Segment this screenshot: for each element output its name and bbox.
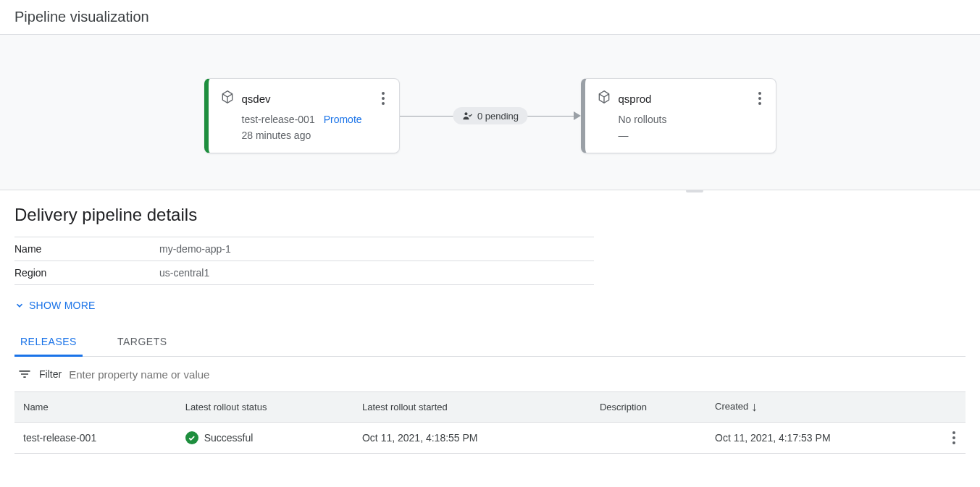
- stage-time: 28 minutes ago: [242, 130, 388, 141]
- stage-card-qsdev[interactable]: qsdev test-release-001 Promote 28 minute…: [204, 78, 400, 153]
- col-created[interactable]: Created ↓: [706, 392, 944, 423]
- pending-badge[interactable]: 0 pending: [453, 107, 527, 124]
- stage-menu-button[interactable]: [379, 89, 388, 108]
- stage-status: No rollouts: [619, 114, 667, 125]
- more-vert-icon: [382, 92, 385, 105]
- filter-label: Filter: [39, 368, 62, 380]
- col-started[interactable]: Latest rollout started: [353, 392, 591, 423]
- person-review-icon: [461, 110, 473, 122]
- visualization-title: Pipeline visualization: [0, 0, 980, 34]
- cube-icon: [220, 90, 235, 107]
- resize-handle[interactable]: [686, 190, 703, 192]
- rollout-started: Oct 11, 2021, 4:18:55 PM: [353, 423, 591, 454]
- status-text: Successful: [204, 432, 254, 444]
- table-row: test-release-001 Successful Oct 11, 2021…: [14, 423, 966, 454]
- stage-name: qsdev: [242, 93, 271, 105]
- tab-releases[interactable]: RELEASES: [14, 329, 83, 357]
- promote-button[interactable]: Promote: [324, 114, 362, 125]
- col-description[interactable]: Description: [591, 392, 706, 423]
- filter-input[interactable]: [69, 368, 963, 381]
- tabs: RELEASES TARGETS: [14, 329, 966, 357]
- filter-icon: [17, 367, 32, 381]
- stage-release-name: test-release-001: [242, 114, 315, 125]
- stage-menu-button[interactable]: [755, 89, 764, 108]
- details-title: Delivery pipeline details: [14, 205, 966, 225]
- cube-icon: [597, 90, 611, 107]
- stage-placeholder: —: [619, 130, 764, 141]
- col-status[interactable]: Latest rollout status: [177, 392, 353, 423]
- tab-targets[interactable]: TARGETS: [112, 329, 173, 357]
- show-more-label: SHOW MORE: [29, 300, 96, 311]
- sort-desc-icon: ↓: [751, 399, 758, 414]
- row-menu-button[interactable]: [944, 423, 966, 454]
- detail-row: Region us-central1: [14, 261, 594, 285]
- more-vert-icon: [758, 92, 761, 105]
- more-vert-icon: [952, 431, 957, 444]
- details-table: Name my-demo-app-1 Region us-central1: [14, 237, 594, 285]
- svg-point-0: [464, 112, 467, 115]
- show-more-button[interactable]: SHOW MORE: [14, 300, 966, 311]
- chevron-down-icon: [14, 300, 25, 310]
- col-name[interactable]: Name: [14, 392, 177, 423]
- stage-connector: 0 pending: [400, 111, 581, 120]
- detail-value: us-central1: [159, 261, 594, 285]
- detail-value: my-demo-app-1: [159, 237, 594, 261]
- release-description: [591, 423, 706, 454]
- detail-label: Name: [14, 237, 159, 261]
- success-icon: [185, 431, 198, 444]
- stage-card-qsprod[interactable]: qsprod No rollouts —: [581, 78, 776, 153]
- release-name[interactable]: test-release-001: [14, 423, 177, 454]
- pipeline-visualization: qsdev test-release-001 Promote 28 minute…: [0, 34, 980, 190]
- detail-label: Region: [14, 261, 159, 285]
- stage-name: qsprod: [619, 93, 652, 105]
- releases-table: Name Latest rollout status Latest rollou…: [14, 391, 966, 454]
- pending-count: 0 pending: [477, 111, 519, 122]
- detail-row: Name my-demo-app-1: [14, 237, 594, 261]
- release-created: Oct 11, 2021, 4:17:53 PM: [706, 423, 944, 454]
